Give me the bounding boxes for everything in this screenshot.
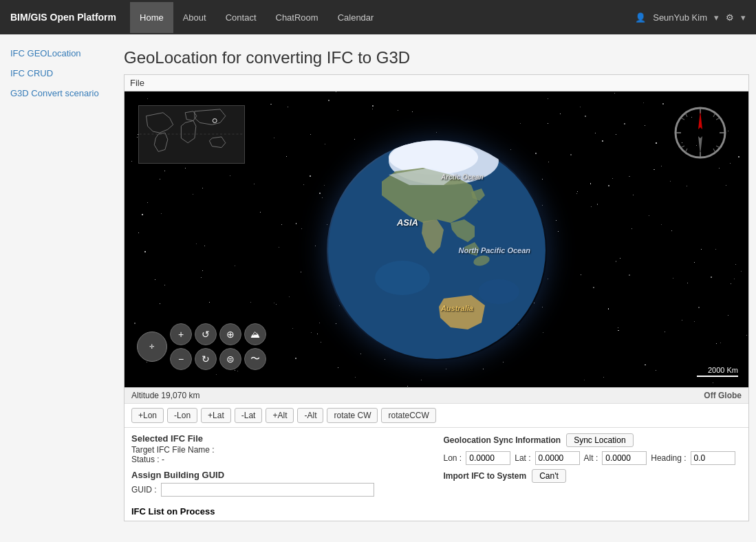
svg-point-22	[375, 261, 430, 295]
map-controls: ✛ + ↺ ⊕ ⛰ − ↻	[137, 323, 266, 370]
alt-label: Alt :	[584, 453, 598, 463]
selected-ifc-label: Selected IFC File	[131, 433, 430, 444]
navbar: BIM/GIS Open Platform Home About Contact…	[0, 0, 756, 34]
rotate-ccw-btn[interactable]: rotateCCW	[381, 408, 435, 423]
tilt-btn[interactable]: ⊕	[219, 323, 241, 345]
wave-btn[interactable]: 〜	[244, 348, 266, 370]
rotate-left-btn[interactable]: ↺	[195, 323, 217, 345]
sync-location-btn[interactable]: Sync Location	[566, 433, 633, 447]
guid-label: GUID :	[131, 485, 157, 495]
scale-label: 2000 Km	[708, 366, 738, 374]
user-name: SeunYub Kim	[653, 12, 707, 23]
main-container: IFC GEOLocation IFC CRUD G3D Convert sce…	[0, 34, 756, 521]
nav-item-about[interactable]: About	[173, 2, 216, 33]
lat-plus-btn[interactable]: +Lat	[201, 408, 231, 423]
guid-row: GUID :	[131, 483, 430, 497]
info-left: Selected IFC File Target IFC File Name :…	[131, 433, 430, 497]
lat-label: Lat :	[515, 453, 530, 463]
coord-row: Lon : Lat : Alt : Heading :	[444, 451, 742, 465]
status-label: Status : -	[131, 455, 430, 464]
geolocation-sync-label: Geolocation Sync Information	[444, 435, 561, 445]
rotate-cw-btn[interactable]: rotate CW	[327, 408, 378, 423]
scale-indicator: 2000 Km	[697, 366, 738, 377]
rotate-right-btn[interactable]: ↻	[195, 348, 217, 370]
layers-btn[interactable]: ⊜	[219, 348, 241, 370]
nav-menu: Home About Contact ChatRoom Calendar	[130, 2, 383, 33]
info-panel: Selected IFC File Target IFC File Name :…	[125, 427, 748, 502]
globe: Arctic Ocean ASIA North Pacific Ocean Au…	[327, 140, 547, 360]
guid-input[interactable]	[161, 483, 374, 497]
zoom-out-btn[interactable]: −	[170, 348, 192, 370]
sidebar-item-ifc-geolocation[interactable]: IFC GEOLocation	[10, 48, 107, 58]
lon-label: Lon :	[444, 453, 462, 463]
file-label: File	[125, 75, 748, 91]
compass	[673, 105, 728, 160]
nav-item-contact[interactable]: Contact	[216, 2, 266, 33]
mini-map	[138, 105, 245, 164]
nav-item-chatroom[interactable]: ChatRoom	[266, 2, 328, 33]
main-content: GeoLocation for converting IFC to G3D Fi…	[117, 48, 756, 521]
navbar-right: 👤 SeunYub Kim ▾ ⚙ ▾	[635, 12, 746, 23]
nav-item-calendar[interactable]: Calendar	[328, 2, 384, 33]
alt-minus-btn[interactable]: -Alt	[297, 408, 323, 423]
scale-bar	[697, 376, 738, 377]
geo-sync-row: Geolocation Sync Information Sync Locati…	[444, 433, 742, 447]
nav-item-home[interactable]: Home	[130, 2, 173, 33]
brand-name: BIM/GIS Open Platform	[10, 12, 116, 23]
lon-input[interactable]	[466, 451, 510, 465]
altitude-label: Altitude 19,070 km	[131, 391, 690, 400]
zoom-in-btn[interactable]: +	[170, 323, 192, 345]
import-label: Import IFC to System	[444, 471, 527, 481]
target-ifc-label: Target IFC File Name :	[131, 445, 430, 455]
heading-label: Heading :	[651, 453, 686, 463]
svg-marker-16	[698, 111, 702, 129]
import-row: Import IFC to System Can't	[444, 469, 742, 483]
off-globe-label: Off Globe	[704, 391, 742, 400]
ifc-list-title: IFC List on Process	[125, 506, 748, 521]
pan-control[interactable]: ✛	[137, 332, 167, 362]
controls-bar: +Lon -Lon +Lat -Lat +Alt -Alt rotate CW …	[125, 403, 748, 427]
alt-plus-btn[interactable]: +Alt	[266, 408, 294, 423]
sidebar: IFC GEOLocation IFC CRUD G3D Convert sce…	[0, 48, 117, 521]
user-icon: 👤	[635, 12, 646, 23]
svg-point-23	[478, 279, 519, 304]
alt-input[interactable]	[602, 451, 647, 465]
file-section: File	[124, 74, 749, 521]
lat-minus-btn[interactable]: -Lat	[235, 408, 263, 423]
import-ifc-btn[interactable]: Can't	[532, 469, 566, 483]
globe-viewer[interactable]: Arctic Ocean ASIA North Pacific Ocean Au…	[125, 91, 748, 387]
sidebar-item-g3d-convert[interactable]: G3D Convert scenario	[10, 88, 107, 98]
page-title: GeoLocation for converting IFC to G3D	[124, 48, 749, 67]
lon-plus-btn[interactable]: +Lon	[131, 408, 164, 423]
heading-input[interactable]	[691, 451, 735, 465]
status-bar: Altitude 19,070 km Off Globe	[125, 387, 748, 403]
gear-icon[interactable]: ⚙	[726, 12, 734, 23]
lat-input[interactable]	[535, 451, 580, 465]
terrain-btn[interactable]: ⛰	[244, 323, 266, 345]
info-right: Geolocation Sync Information Sync Locati…	[444, 433, 742, 497]
assign-guid-label: Assign Building GUID	[131, 470, 430, 480]
svg-marker-17	[698, 136, 702, 155]
sidebar-item-ifc-crud[interactable]: IFC CRUD	[10, 68, 107, 78]
lon-minus-btn[interactable]: -Lon	[167, 408, 197, 423]
